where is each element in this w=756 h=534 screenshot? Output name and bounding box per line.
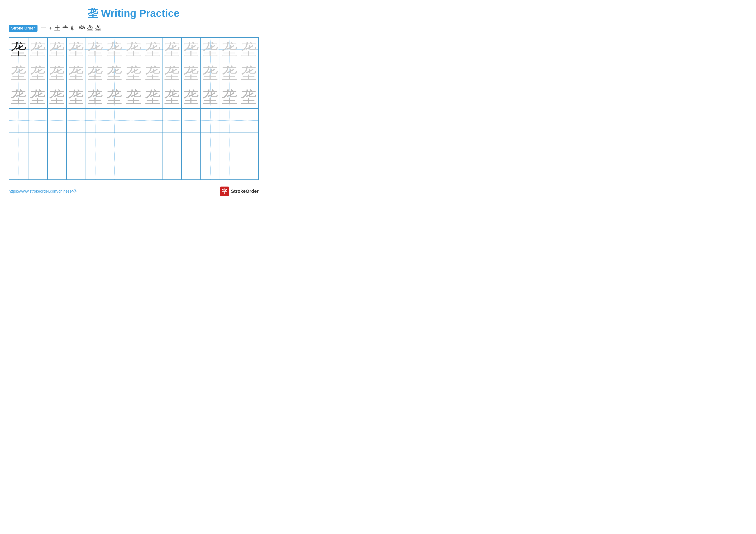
grid-cell[interactable] xyxy=(143,132,162,156)
grid-cell[interactable]: 垄 xyxy=(143,61,162,85)
grid-cell[interactable]: 垄 xyxy=(181,85,201,109)
grid-cell[interactable]: 垄 xyxy=(124,85,143,109)
grid-cell[interactable]: 垄 xyxy=(181,61,201,85)
grid-cell[interactable] xyxy=(86,132,105,156)
stroke-2: + xyxy=(49,25,52,32)
grid-cell[interactable] xyxy=(124,109,143,132)
grid-cell[interactable]: 垄 xyxy=(105,85,124,109)
grid-cell[interactable] xyxy=(86,109,105,132)
stroke-3: 土 xyxy=(54,24,60,32)
grid-cell[interactable] xyxy=(201,132,220,156)
grid-cell[interactable]: 垄 xyxy=(67,38,86,61)
grid-cell[interactable]: 垄 xyxy=(105,38,124,61)
grid-cell[interactable]: 垄 xyxy=(28,38,47,61)
practice-grid: 垄垄垄垄垄垄垄垄垄垄垄垄垄垄垄垄垄垄垄垄垄垄垄垄垄垄垄垄垄垄垄垄垄垄垄垄垄垄垄 xyxy=(9,37,258,180)
grid-cell[interactable]: 垄 xyxy=(162,61,181,85)
grid-cell[interactable]: 垄 xyxy=(9,38,28,61)
grid-cell[interactable] xyxy=(47,109,67,132)
grid-cell[interactable]: 垄 xyxy=(47,61,67,85)
grid-cell[interactable]: 垄 xyxy=(86,85,105,109)
grid-cell[interactable]: 垄 xyxy=(239,38,258,61)
grid-cell[interactable]: 垄 xyxy=(105,61,124,85)
grid-cell[interactable]: 垄 xyxy=(201,61,220,85)
grid-cell[interactable] xyxy=(162,132,181,156)
grid-cell[interactable] xyxy=(9,156,28,180)
grid-cell[interactable] xyxy=(220,132,239,156)
grid-cell[interactable] xyxy=(28,109,47,132)
grid-cell[interactable] xyxy=(239,109,258,132)
grid-cell[interactable]: 垄 xyxy=(67,85,86,109)
stroke-8: 垄 xyxy=(95,24,101,32)
grid-cell[interactable]: 垄 xyxy=(9,61,28,85)
grid-cell[interactable]: 垄 xyxy=(86,61,105,85)
grid-cell[interactable]: 垄 xyxy=(239,85,258,109)
grid-cell[interactable]: 垄 xyxy=(220,61,239,85)
grid-cell[interactable] xyxy=(239,156,258,180)
grid-cell[interactable] xyxy=(9,109,28,132)
grid-cell[interactable] xyxy=(67,109,86,132)
grid-cell[interactable]: 垄 xyxy=(86,38,105,61)
grid-cell[interactable]: 垄 xyxy=(143,85,162,109)
title-char: 垄 xyxy=(88,8,98,19)
grid-cell[interactable] xyxy=(124,132,143,156)
grid-cell[interactable] xyxy=(28,132,47,156)
grid-cell[interactable]: 垄 xyxy=(162,85,181,109)
grid-cell[interactable] xyxy=(67,156,86,180)
grid-cell[interactable] xyxy=(162,109,181,132)
brand-name: StrokeOrder xyxy=(231,189,258,194)
footer-url[interactable]: https://www.strokeorder.com/chinese/垄 xyxy=(9,189,77,194)
grid-cell[interactable]: 垄 xyxy=(67,61,86,85)
grid-cell[interactable]: 垄 xyxy=(124,61,143,85)
footer-brand: 字 StrokeOrder xyxy=(220,187,258,196)
grid-cell[interactable]: 垄 xyxy=(201,38,220,61)
grid-cell[interactable] xyxy=(181,132,201,156)
grid-cell[interactable]: 垄 xyxy=(9,85,28,109)
grid-cell[interactable] xyxy=(9,132,28,156)
stroke-order-row: Stroke Order 一 + 土 龶 龺 龻 垄 垄 xyxy=(9,24,258,32)
title-text: Writing Practice xyxy=(101,8,179,19)
grid-cell[interactable]: 垄 xyxy=(124,38,143,61)
grid-cell[interactable] xyxy=(86,156,105,180)
grid-cell[interactable]: 垄 xyxy=(47,38,67,61)
grid-cell[interactable] xyxy=(181,109,201,132)
stroke-1: 一 xyxy=(40,24,46,32)
grid-cell[interactable]: 垄 xyxy=(220,85,239,109)
grid-cell[interactable]: 垄 xyxy=(143,38,162,61)
grid-cell[interactable] xyxy=(181,156,201,180)
grid-cell[interactable] xyxy=(239,132,258,156)
grid-cell[interactable]: 垄 xyxy=(28,85,47,109)
grid-cell[interactable] xyxy=(162,156,181,180)
grid-cell[interactable] xyxy=(201,109,220,132)
grid-cell[interactable] xyxy=(220,109,239,132)
stroke-6: 龻 xyxy=(79,24,85,32)
grid-cell[interactable]: 垄 xyxy=(220,38,239,61)
page-title: 垄 Writing Practice xyxy=(9,7,258,20)
grid-cell[interactable] xyxy=(67,132,86,156)
brand-icon-char: 字 xyxy=(222,188,227,195)
grid-cell[interactable] xyxy=(105,109,124,132)
stroke-7: 垄 xyxy=(87,24,93,32)
stroke-5: 龺 xyxy=(71,24,77,32)
footer: https://www.strokeorder.com/chinese/垄 字 … xyxy=(9,187,258,196)
grid-cell[interactable] xyxy=(201,156,220,180)
grid-cell[interactable]: 垄 xyxy=(162,38,181,61)
grid-cell[interactable] xyxy=(143,109,162,132)
grid-cell[interactable]: 垄 xyxy=(201,85,220,109)
grid-cell[interactable] xyxy=(105,132,124,156)
grid-cell[interactable] xyxy=(47,156,67,180)
grid-cell[interactable]: 垄 xyxy=(28,61,47,85)
grid-cell[interactable] xyxy=(143,156,162,180)
grid-cell[interactable] xyxy=(124,156,143,180)
grid-cell[interactable] xyxy=(47,132,67,156)
grid-cell[interactable]: 垄 xyxy=(239,61,258,85)
brand-icon: 字 xyxy=(220,187,229,196)
grid-cell[interactable] xyxy=(105,156,124,180)
stroke-sequence: 一 + 土 龶 龺 龻 垄 垄 xyxy=(40,24,101,32)
grid-cell[interactable] xyxy=(28,156,47,180)
stroke-order-badge: Stroke Order xyxy=(9,25,38,32)
grid-cell[interactable] xyxy=(220,156,239,180)
grid-cell[interactable]: 垄 xyxy=(181,38,201,61)
stroke-4: 龶 xyxy=(63,24,68,32)
grid-cell[interactable]: 垄 xyxy=(47,85,67,109)
